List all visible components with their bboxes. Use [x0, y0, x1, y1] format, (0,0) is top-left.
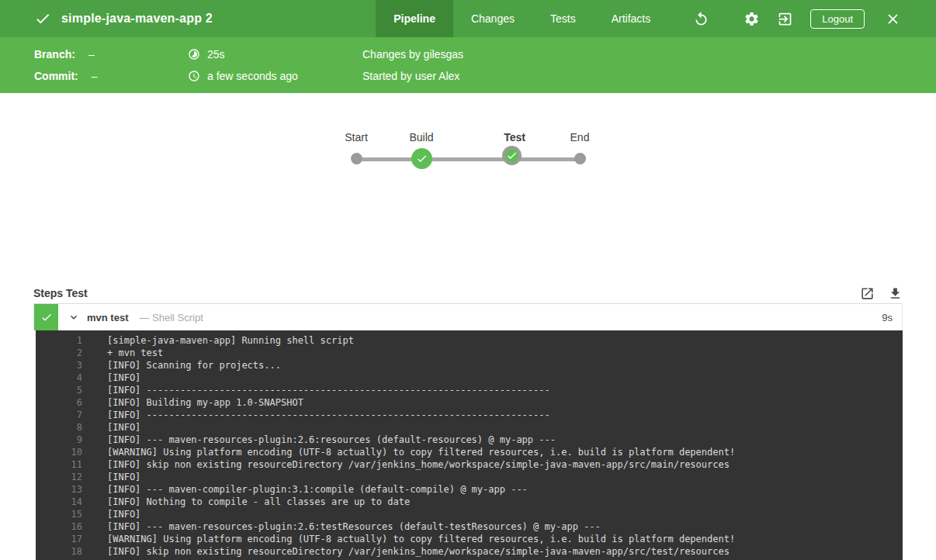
run-info-times: 25s a few seconds ago	[188, 37, 362, 93]
steps-header: Steps Test	[33, 283, 903, 304]
run-info-bar: Branch: – Commit: – 25s a few seconds ag…	[0, 37, 936, 93]
run-time-ago: a few seconds ago	[207, 70, 298, 82]
console-line-number[interactable]: 16	[36, 520, 82, 533]
download-log-icon[interactable]	[888, 286, 903, 301]
console-line-number[interactable]: 10	[36, 446, 82, 458]
console-line: 8 [INFO]	[36, 421, 903, 434]
console-line-text: [INFO] skip non existing resourceDirecto…	[82, 545, 730, 558]
console-line: 17 [WARNING] Using platform encoding (UT…	[36, 533, 903, 545]
tab-label: Artifacts	[612, 12, 651, 25]
branch-label: Branch:	[34, 48, 75, 60]
console-line: 5 [INFO] -------------------------------…	[36, 384, 903, 396]
console-line-text: [INFO] --- maven-resources-plugin:2.6:re…	[82, 434, 556, 446]
console-line-text: [INFO] Building my-app 1.0-SNAPSHOT	[82, 396, 303, 409]
console-line-number[interactable]: 2	[36, 347, 82, 359]
steps-heading: Steps Test	[33, 287, 88, 299]
exit-icon[interactable]	[777, 11, 793, 27]
console-line: 11 [INFO] skip non existing resourceDire…	[36, 458, 903, 471]
pipeline-node-end[interactable]	[574, 153, 586, 164]
log-actions	[860, 286, 903, 301]
commit-value: –	[92, 70, 98, 82]
logout-button[interactable]: Logout	[810, 9, 865, 29]
console-line-text: [INFO] Scanning for projects...	[82, 359, 281, 372]
console-line-text: [INFO] Nothing to compile - all classes …	[82, 496, 410, 508]
tab-label: Changes	[471, 12, 515, 25]
console-line-number[interactable]: 11	[36, 458, 82, 471]
pipeline-node-build[interactable]	[411, 148, 432, 169]
check-icon	[506, 150, 518, 161]
settings-icon[interactable]	[744, 11, 760, 27]
console-line: 13 [INFO] --- maven-compiler-plugin:3.1:…	[36, 483, 903, 496]
replay-icon[interactable]	[693, 11, 709, 27]
success-check-icon	[34, 304, 58, 330]
tab-changes[interactable]: Changes	[453, 0, 532, 37]
console-line-text: [INFO] ---------------------------------…	[82, 384, 550, 396]
console-line: 7 [INFO] -------------------------------…	[36, 409, 903, 421]
console-line-text: [INFO]	[82, 508, 140, 520]
branch-value: –	[88, 48, 95, 60]
console-line-number[interactable]: 5	[36, 384, 82, 396]
console-line: 15 [INFO]	[36, 508, 903, 520]
console-line-number[interactable]: 9	[36, 434, 82, 446]
console-line: 12 [INFO]	[36, 471, 903, 483]
step-description: — Shell Script	[139, 312, 203, 323]
console-line-text: [INFO] skip non existing resourceDirecto…	[82, 458, 730, 471]
console-line-number[interactable]: 12	[36, 471, 82, 483]
console-line-number[interactable]: 1	[36, 334, 82, 347]
step-duration: 9s	[882, 312, 902, 323]
console-line: 6 [INFO] Building my-app 1.0-SNAPSHOT	[36, 396, 903, 409]
tab-label: Tests	[550, 12, 576, 25]
pipeline-connector	[356, 157, 580, 161]
console-line-number[interactable]: 14	[36, 496, 82, 508]
console-line: 16 [INFO] --- maven-resources-plugin:2.6…	[36, 520, 903, 533]
open-log-icon[interactable]	[860, 286, 875, 301]
console-line-text: [INFO]	[82, 421, 140, 434]
console-line-text: [WARNING] Using platform encoding (UTF-8…	[82, 446, 735, 458]
tab-bar: PipelineChangesTestsArtifacts	[376, 0, 668, 37]
tab-label: Pipeline	[393, 12, 435, 25]
pipeline-graph: StartBuildTestEnd	[349, 129, 587, 175]
pipeline-node-test[interactable]	[502, 146, 522, 165]
pipeline-node-label-test: Test	[480, 131, 549, 143]
console-line-number[interactable]: 3	[36, 359, 82, 372]
started-by-text: Started by user Alex	[362, 70, 459, 82]
clock-icon	[188, 70, 200, 82]
console-line-text: + mvn test	[82, 347, 163, 359]
pipeline-node-label-start: Start	[321, 131, 391, 143]
check-icon	[416, 153, 428, 164]
check-icon	[34, 10, 51, 27]
console-line-text: [INFO]	[82, 471, 140, 483]
run-header: simple-java-maven-app 2	[0, 0, 213, 37]
console-line-number[interactable]: 13	[36, 483, 82, 496]
topbar-actions: Logout	[668, 0, 936, 37]
console-line-text: [INFO] ---------------------------------…	[82, 409, 550, 421]
console-line-number[interactable]: 6	[36, 396, 82, 409]
console-line-text: [WARNING] Using platform encoding (UTF-8…	[82, 533, 735, 545]
console-line-text: [simple-java-maven-app] Running shell sc…	[82, 334, 354, 347]
tab-artifacts[interactable]: Artifacts	[594, 0, 669, 37]
commit-label: Commit:	[34, 70, 78, 82]
console-line-number[interactable]: 18	[36, 545, 82, 558]
console-line-number[interactable]: 7	[36, 409, 82, 421]
console-line: 10 [WARNING] Using platform encoding (UT…	[36, 446, 903, 458]
console-line-text: [INFO]	[82, 372, 140, 384]
tab-pipeline[interactable]: Pipeline	[376, 0, 453, 37]
console-line-text: [INFO] --- maven-compiler-plugin:3.1:com…	[82, 483, 528, 496]
console-line: 9 [INFO] --- maven-resources-plugin:2.6:…	[36, 434, 903, 446]
pipeline-node-start[interactable]	[351, 153, 362, 164]
pipeline-node-label-end: End	[545, 131, 615, 143]
tab-tests[interactable]: Tests	[532, 0, 594, 37]
console-line-number[interactable]: 4	[36, 372, 82, 384]
console-line-number[interactable]: 15	[36, 508, 82, 520]
console-line-text: [INFO] --- maven-resources-plugin:2.6:te…	[82, 520, 601, 533]
top-bar: simple-java-maven-app 2 PipelineChangesT…	[0, 0, 936, 37]
run-duration: 25s	[207, 48, 225, 60]
chevron-down-icon[interactable]	[68, 311, 80, 323]
console-line: 2 + mvn test	[36, 347, 903, 359]
step-row[interactable]: mvn test — Shell Script 9s	[33, 304, 903, 330]
duration-icon	[188, 48, 200, 60]
pipeline-node-label-build: Build	[387, 131, 456, 143]
console-line-number[interactable]: 17	[36, 533, 82, 545]
close-icon[interactable]	[885, 11, 901, 27]
console-line-number[interactable]: 8	[36, 421, 82, 434]
